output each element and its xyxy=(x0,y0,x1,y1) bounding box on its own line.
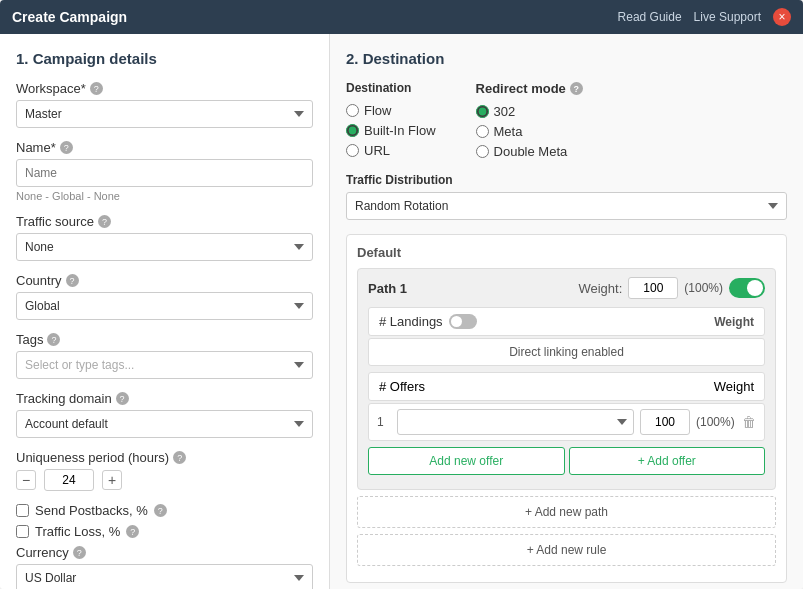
country-help-icon[interactable]: ? xyxy=(66,274,79,287)
redirect-double-meta-radio[interactable] xyxy=(476,145,489,158)
redirect-meta-row[interactable]: Meta xyxy=(476,124,583,139)
name-help-icon[interactable]: ? xyxy=(60,141,73,154)
destination-flow-radio[interactable] xyxy=(346,104,359,117)
redirect-302-row[interactable]: 302 xyxy=(476,104,583,119)
name-label: Name* ? xyxy=(16,140,313,155)
destination-redirect-row: Destination Flow Built-In Flow URL xyxy=(346,81,787,159)
redirect-mode-group: Redirect mode ? 302 Meta Double Meta xyxy=(476,81,583,159)
destination-url-label: URL xyxy=(364,143,390,158)
landings-toggle[interactable] xyxy=(449,314,477,329)
send-postbacks-help-icon[interactable]: ? xyxy=(154,504,167,517)
weight-pct: (100%) xyxy=(684,281,723,295)
traffic-loss-help-icon[interactable]: ? xyxy=(126,525,139,538)
redirect-meta-radio[interactable] xyxy=(476,125,489,138)
offer-select[interactable] xyxy=(397,409,634,435)
offers-weight-label: Weight xyxy=(714,379,754,394)
tags-select[interactable]: Select or type tags... xyxy=(16,351,313,379)
redirect-double-meta-row[interactable]: Double Meta xyxy=(476,144,583,159)
destination-flow-label: Flow xyxy=(364,103,391,118)
left-section-title: 1. Campaign details xyxy=(16,50,313,67)
offer-weight-input[interactable] xyxy=(640,409,690,435)
live-support-link[interactable]: Live Support xyxy=(694,10,761,24)
default-title: Default xyxy=(357,245,776,260)
offer-num: 1 xyxy=(377,415,391,429)
traffic-dist-select[interactable]: Random Rotation xyxy=(346,192,787,220)
traffic-loss-checkbox[interactable] xyxy=(16,525,29,538)
tracking-domain-label: Tracking domain ? xyxy=(16,391,313,406)
add-new-offer-button[interactable]: Add new offer xyxy=(368,447,565,475)
redirect-302-radio[interactable] xyxy=(476,105,489,118)
add-new-path-button[interactable]: + Add new path xyxy=(357,496,776,528)
path-toggle[interactable] xyxy=(729,278,765,298)
uniqueness-row: − + xyxy=(16,469,313,491)
landings-label-row: # Landings xyxy=(379,314,477,329)
destination-flow-row[interactable]: Flow xyxy=(346,103,436,118)
modal-header: Create Campaign Read Guide Live Support … xyxy=(0,0,803,34)
destination-built-in-flow-radio[interactable] xyxy=(346,124,359,137)
traffic-source-help-icon[interactable]: ? xyxy=(98,215,111,228)
name-hint: None - Global - None xyxy=(16,190,313,202)
modal-title: Create Campaign xyxy=(12,9,127,25)
create-campaign-modal: Create Campaign Read Guide Live Support … xyxy=(0,0,803,589)
name-input[interactable] xyxy=(16,159,313,187)
tracking-domain-select[interactable]: Account default xyxy=(16,410,313,438)
weight-label: Weight: xyxy=(578,281,622,296)
add-offer-button[interactable]: + Add offer xyxy=(569,447,766,475)
modal-body: 1. Campaign details Workspace* ? Master … xyxy=(0,34,803,589)
redirect-mode-help-icon[interactable]: ? xyxy=(570,82,583,95)
currency-select[interactable]: US Dollar xyxy=(16,564,313,589)
workspace-select[interactable]: Master xyxy=(16,100,313,128)
read-guide-link[interactable]: Read Guide xyxy=(618,10,682,24)
path-weight-input[interactable] xyxy=(628,277,678,299)
country-select[interactable]: Global xyxy=(16,292,313,320)
country-field: Country ? Global xyxy=(16,273,313,320)
currency-field: Currency ? US Dollar xyxy=(16,545,313,589)
offers-label: # Offers xyxy=(379,379,425,394)
destination-url-row[interactable]: URL xyxy=(346,143,436,158)
right-panel: 2. Destination Destination Flow Built-In… xyxy=(330,34,803,589)
redirect-meta-label: Meta xyxy=(494,124,523,139)
add-offer-row: Add new offer + Add offer xyxy=(368,447,765,475)
destination-group-label: Destination xyxy=(346,81,436,95)
workspace-label: Workspace* ? xyxy=(16,81,313,96)
redirect-302-label: 302 xyxy=(494,104,516,119)
destination-built-in-flow-row[interactable]: Built-In Flow xyxy=(346,123,436,138)
traffic-distribution-field: Traffic Distribution Random Rotation xyxy=(346,173,787,220)
uniqueness-label: Uniqueness period (hours) ? xyxy=(16,450,313,465)
uniqueness-plus-button[interactable]: + xyxy=(102,470,122,490)
uniqueness-help-icon[interactable]: ? xyxy=(173,451,186,464)
landings-row: # Landings Weight xyxy=(368,307,765,336)
path-name: Path 1 xyxy=(368,281,407,296)
weight-row: Weight: (100%) xyxy=(578,277,765,299)
tags-label: Tags ? xyxy=(16,332,313,347)
add-new-rule-button[interactable]: + Add new rule xyxy=(357,534,776,566)
tags-help-icon[interactable]: ? xyxy=(47,333,60,346)
traffic-source-select[interactable]: None xyxy=(16,233,313,261)
tracking-domain-field: Tracking domain ? Account default xyxy=(16,391,313,438)
country-label: Country ? xyxy=(16,273,313,288)
tracking-domain-help-icon[interactable]: ? xyxy=(116,392,129,405)
offer-delete-button[interactable]: 🗑 xyxy=(742,414,756,430)
workspace-help-icon[interactable]: ? xyxy=(90,82,103,95)
workspace-field: Workspace* ? Master xyxy=(16,81,313,128)
right-section-title: 2. Destination xyxy=(346,50,787,67)
traffic-source-field: Traffic source ? None xyxy=(16,214,313,261)
send-postbacks-checkbox[interactable] xyxy=(16,504,29,517)
traffic-dist-label: Traffic Distribution xyxy=(346,173,787,187)
toggle-knob xyxy=(747,280,763,296)
currency-help-icon[interactable]: ? xyxy=(73,546,86,559)
offers-header: # Offers Weight xyxy=(368,372,765,401)
uniqueness-input[interactable] xyxy=(44,469,94,491)
offer-item: 1 (100%) 🗑 xyxy=(368,403,765,441)
landings-toggle-knob xyxy=(451,316,462,327)
destination-group: Destination Flow Built-In Flow URL xyxy=(346,81,436,159)
close-button[interactable]: × xyxy=(773,8,791,26)
destination-url-radio[interactable] xyxy=(346,144,359,157)
landings-weight-label: Weight xyxy=(714,315,754,329)
destination-built-in-flow-label: Built-In Flow xyxy=(364,123,436,138)
uniqueness-field: Uniqueness period (hours) ? − + xyxy=(16,450,313,491)
direct-linking: Direct linking enabled xyxy=(368,338,765,366)
path-header: Path 1 Weight: (100%) xyxy=(368,277,765,299)
tags-field: Tags ? Select or type tags... xyxy=(16,332,313,379)
uniqueness-minus-button[interactable]: − xyxy=(16,470,36,490)
